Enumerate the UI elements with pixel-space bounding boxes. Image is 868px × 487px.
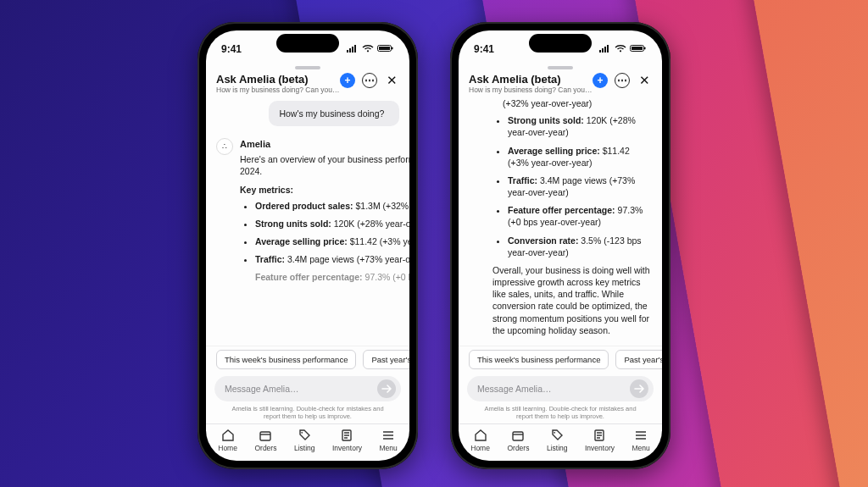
tab-orders[interactable]: Orders xyxy=(507,429,529,452)
svg-rect-6 xyxy=(379,47,390,50)
inventory-icon xyxy=(340,429,353,442)
key-metrics-heading: Key metrics: xyxy=(240,184,409,196)
assistant-intro: Here's an overview of your business perf… xyxy=(240,153,409,177)
battery-icon xyxy=(377,43,394,55)
svg-rect-1 xyxy=(349,48,351,53)
phone-mock-2: 9:41 xyxy=(450,22,670,469)
home-icon xyxy=(221,429,235,442)
tab-menu[interactable]: Menu xyxy=(379,429,397,452)
metric-fragment: (+32% year-over-year) xyxy=(492,97,652,109)
assistant-avatar-icon: ∴ xyxy=(216,138,233,155)
menu-icon xyxy=(634,429,648,442)
tab-menu[interactable]: Menu xyxy=(632,429,649,452)
menu-icon xyxy=(381,429,395,442)
suggestion-chip[interactable]: This week's business performance xyxy=(216,350,356,369)
page-title: Ask Amelia (beta) xyxy=(216,73,340,86)
orders-icon xyxy=(259,429,272,442)
page-subtitle: How is my business doing? Can you… xyxy=(216,86,340,94)
svg-point-15 xyxy=(620,50,621,52)
home-icon xyxy=(474,429,487,442)
tab-bar: Home Orders Listing Inventory xyxy=(459,423,662,461)
orders-icon xyxy=(511,429,525,442)
message-input[interactable]: Message Amelia… xyxy=(214,376,401,401)
send-button[interactable] xyxy=(377,379,396,398)
signal-icon xyxy=(599,43,611,55)
clock: 9:41 xyxy=(474,43,494,55)
svg-rect-2 xyxy=(352,47,353,53)
svg-rect-18 xyxy=(644,47,646,50)
assistant-name: Amelia xyxy=(240,138,409,151)
message-input-placeholder: Message Amelia… xyxy=(477,384,630,394)
wifi-icon xyxy=(362,43,374,55)
tab-listing[interactable]: Listing xyxy=(547,429,568,452)
close-button[interactable]: ✕ xyxy=(384,73,399,88)
svg-rect-0 xyxy=(347,50,348,53)
listing-icon xyxy=(550,429,564,442)
suggestion-chip[interactable]: This week's business performance xyxy=(469,350,609,369)
disclaimer-text: Amelia is still learning. Double-check f… xyxy=(206,405,409,423)
metric-item: Feature offer percentage: 97.3% (+0 bps … xyxy=(508,204,652,228)
dynamic-island xyxy=(276,34,339,53)
svg-rect-8 xyxy=(260,432,270,440)
svg-rect-3 xyxy=(354,45,356,53)
tab-listing[interactable]: Listing xyxy=(294,429,315,452)
message-input-placeholder: Message Amelia… xyxy=(225,384,377,394)
svg-point-4 xyxy=(367,50,369,52)
svg-rect-7 xyxy=(392,47,393,50)
tab-inventory[interactable]: Inventory xyxy=(332,429,362,452)
phone-mock-1: 9:41 xyxy=(198,22,418,469)
close-button[interactable]: ✕ xyxy=(637,73,652,88)
inventory-icon xyxy=(593,429,606,442)
clock: 9:41 xyxy=(221,43,242,55)
assistant-message: ∴ Amelia Here's an overview of your busi… xyxy=(216,138,399,289)
svg-point-9 xyxy=(302,432,303,434)
tab-bar: Home Orders Listing Inventory xyxy=(206,423,409,461)
tab-home[interactable]: Home xyxy=(218,429,237,452)
sheet-grabber[interactable] xyxy=(548,66,573,69)
more-button[interactable]: ⋯ xyxy=(615,73,630,88)
suggestion-chip[interactable]: Past year's bu xyxy=(363,350,409,369)
signal-icon xyxy=(347,43,359,55)
message-input[interactable]: Message Amelia… xyxy=(467,376,654,401)
more-button[interactable]: ⋯ xyxy=(362,73,377,88)
svg-rect-14 xyxy=(607,45,609,53)
metric-item: Traffic: 3.4M page views (+73% year-over… xyxy=(508,174,652,198)
disclaimer-text: Amelia is still learning. Double-check f… xyxy=(459,405,662,423)
metric-item: Average selling price: $11.42 (+3% year-… xyxy=(508,145,652,169)
metric-item: Traffic: 3.4M page views (+73% year-over… xyxy=(255,253,409,265)
svg-rect-12 xyxy=(602,48,604,53)
svg-rect-13 xyxy=(604,47,606,53)
tab-home[interactable]: Home xyxy=(470,429,490,452)
metric-item: Ordered product sales: $1.3M (+32% year-… xyxy=(255,200,409,212)
listing-icon xyxy=(298,429,311,442)
metric-item: Feature offer percentage: 97.3% (+0 bps … xyxy=(255,271,409,283)
svg-rect-17 xyxy=(632,47,643,50)
page-subtitle: How is my business doing? Can you… xyxy=(469,86,593,94)
send-button[interactable] xyxy=(630,379,648,398)
suggestion-chip[interactable]: Past year's bu xyxy=(615,350,662,369)
svg-rect-19 xyxy=(513,432,523,440)
sheet-grabber[interactable] xyxy=(295,66,320,69)
metric-item: Strong units sold: 120K (+28% year-over-… xyxy=(508,114,652,138)
battery-icon xyxy=(630,43,647,55)
page-title: Ask Amelia (beta) xyxy=(469,73,593,86)
metric-item: Conversion rate: 3.5% (-123 bps year-ove… xyxy=(508,235,652,258)
new-chat-button[interactable]: + xyxy=(340,73,355,88)
wifi-icon xyxy=(615,43,626,55)
metric-item: Average selling price: $11.42 (+3% year-… xyxy=(255,235,409,247)
dynamic-island xyxy=(529,34,592,53)
metric-item: Strong units sold: 120K (+28% year-over-… xyxy=(255,218,409,230)
tab-inventory[interactable]: Inventory xyxy=(585,429,615,452)
tab-orders[interactable]: Orders xyxy=(254,429,276,452)
user-message: How's my business doing? xyxy=(269,101,399,126)
svg-rect-11 xyxy=(599,50,601,53)
svg-point-20 xyxy=(554,432,556,434)
new-chat-button[interactable]: + xyxy=(593,73,608,88)
assistant-summary: Overall, your business is doing well wit… xyxy=(492,264,652,336)
